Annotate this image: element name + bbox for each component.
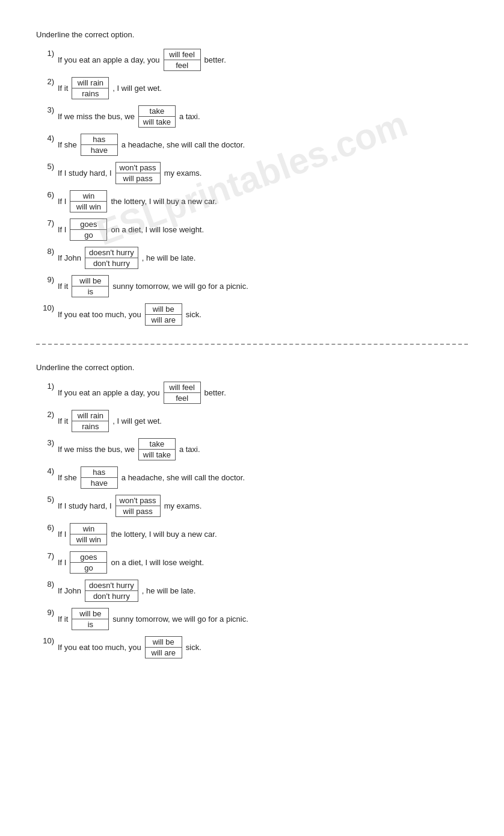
post-text: better. [204, 55, 226, 64]
choice-box: will beis [72, 608, 109, 630]
pre-text: If she [58, 473, 77, 482]
list-item: 7)If Igoesgoon a diet, I will lose weigh… [36, 218, 468, 241]
list-item: 1)If you eat an apple a day, youwill fee… [36, 49, 468, 71]
choice-box: winwill win [70, 190, 107, 212]
list-item: 9)If itwill beissunny tomorrow, we will … [36, 608, 468, 630]
choice-bottom: have [81, 478, 117, 488]
item-row: If Johndoesn't hurrydon't hurry, he will… [58, 247, 195, 269]
exercise-list: 1)If you eat an apple a day, youwill fee… [36, 49, 468, 326]
choice-top: doesn't hurry [85, 247, 138, 258]
list-item: 10)If you eat too much, youwill bewill a… [36, 303, 468, 326]
post-text: a headache, she will call the doctor. [121, 473, 245, 482]
item-number: 2) [36, 77, 54, 86]
post-text: on a diet, I will lose weight. [111, 225, 204, 234]
pre-text: If it [58, 84, 68, 93]
choice-top: has [81, 467, 117, 478]
list-item: 6)If Iwinwill winthe lottery, I will buy… [36, 190, 468, 212]
choice-box: won't passwill pass [115, 495, 161, 517]
pre-text: If I study hard, I [58, 169, 112, 178]
item-row: If Iwinwill winthe lottery, I will buy a… [58, 523, 217, 545]
item-number: 3) [36, 438, 54, 447]
item-row: If Iwinwill winthe lottery, I will buy a… [58, 190, 217, 212]
item-number: 1) [36, 382, 54, 391]
choice-top: goes [70, 219, 106, 230]
post-text: a headache, she will call the doctor. [121, 140, 245, 149]
choice-bottom: is [72, 286, 108, 297]
choice-bottom: rains [72, 421, 108, 432]
item-content: If I study hard, Iwon't passwill passmy … [58, 495, 201, 517]
item-row: If shehashavea headache, she will call t… [58, 466, 245, 489]
post-text: my exams. [164, 501, 202, 510]
item-row: If itwill rainrains, I will get wet. [58, 410, 162, 432]
item-number: 10) [36, 303, 54, 312]
item-row: If Igoesgoon a diet, I will lose weight. [58, 551, 204, 574]
item-content: If Igoesgoon a diet, I will lose weight. [58, 218, 204, 241]
choice-top: will be [72, 608, 108, 619]
choice-bottom: don't hurry [85, 591, 138, 601]
list-item: 5)If I study hard, Iwon't passwill passm… [36, 162, 468, 184]
choice-box: will feelfeel [164, 382, 201, 404]
item-row: If itwill rainrains, I will get wet. [58, 77, 162, 99]
list-item: 4)If shehashavea headache, she will call… [36, 466, 468, 489]
choice-bottom: will win [70, 202, 106, 212]
choice-top: doesn't hurry [85, 580, 138, 591]
choice-top: goes [70, 552, 106, 563]
item-row: If we miss the bus, wetakewill takea tax… [58, 105, 200, 128]
pre-text: If it [58, 282, 68, 291]
choice-top: won't pass [116, 495, 160, 506]
choice-top: win [70, 191, 106, 202]
item-row: If shehashavea headache, she will call t… [58, 134, 245, 156]
list-item: 3)If we miss the bus, wetakewill takea t… [36, 438, 468, 460]
instruction: Underline the correct option. [36, 363, 468, 372]
item-number: 8) [36, 580, 54, 589]
list-item: 8)If Johndoesn't hurrydon't hurry, he wi… [36, 247, 468, 269]
choice-box: hashave [81, 134, 118, 156]
pre-text: If she [58, 140, 77, 149]
item-number: 8) [36, 247, 54, 256]
post-text: better. [204, 388, 226, 397]
item-row: If I study hard, Iwon't passwill passmy … [58, 495, 201, 517]
post-text: on a diet, I will lose weight. [111, 558, 204, 567]
item-content: If Johndoesn't hurrydon't hurry, he will… [58, 580, 195, 602]
post-text: sunny tomorrow, we will go for a picnic. [112, 282, 248, 291]
section-divider [36, 344, 468, 345]
choice-bottom: rains [72, 88, 108, 99]
choice-top: will rain [72, 78, 108, 88]
item-row: If you eat too much, youwill bewill ares… [58, 303, 201, 326]
pre-text: If I study hard, I [58, 501, 112, 510]
item-content: If we miss the bus, wetakewill takea tax… [58, 105, 200, 128]
list-item: 9)If itwill beissunny tomorrow, we will … [36, 275, 468, 297]
item-content: If Iwinwill winthe lottery, I will buy a… [58, 523, 217, 545]
item-row: If we miss the bus, wetakewill takea tax… [58, 438, 200, 460]
page: ESLprintables.comUnderline the correct o… [0, 0, 504, 677]
choice-bottom: go [70, 563, 106, 573]
item-number: 7) [36, 218, 54, 228]
item-content: If you eat too much, youwill bewill ares… [58, 636, 201, 658]
item-number: 5) [36, 495, 54, 504]
item-row: If you eat an apple a day, youwill feelf… [58, 382, 226, 404]
choice-box: hashave [81, 466, 118, 489]
choice-bottom: will are [146, 648, 182, 658]
item-content: If you eat an apple a day, youwill feelf… [58, 382, 226, 404]
pre-text: If we miss the bus, we [58, 112, 135, 121]
choice-bottom: is [72, 619, 108, 630]
item-content: If you eat too much, youwill bewill ares… [58, 303, 201, 326]
item-number: 2) [36, 410, 54, 419]
item-content: If we miss the bus, wetakewill takea tax… [58, 438, 200, 460]
item-number: 4) [36, 466, 54, 475]
post-text: , I will get wet. [112, 84, 162, 93]
pre-text: If you eat an apple a day, you [58, 388, 160, 397]
choice-box: will beis [72, 275, 109, 297]
list-item: 6)If Iwinwill winthe lottery, I will buy… [36, 523, 468, 545]
pre-text: If it [58, 615, 68, 624]
item-content: If shehashavea headache, she will call t… [58, 466, 245, 489]
choice-bottom: will pass [116, 506, 160, 516]
choice-box: will bewill are [145, 636, 182, 658]
instruction: Underline the correct option. [36, 30, 468, 39]
choice-top: win [70, 524, 106, 534]
choice-top: will be [146, 637, 182, 648]
item-row: If Johndoesn't hurrydon't hurry, he will… [58, 580, 195, 602]
item-number: 10) [36, 636, 54, 645]
item-row: If Igoesgoon a diet, I will lose weight. [58, 218, 204, 241]
item-row: If you eat an apple a day, youwill feelf… [58, 49, 226, 71]
